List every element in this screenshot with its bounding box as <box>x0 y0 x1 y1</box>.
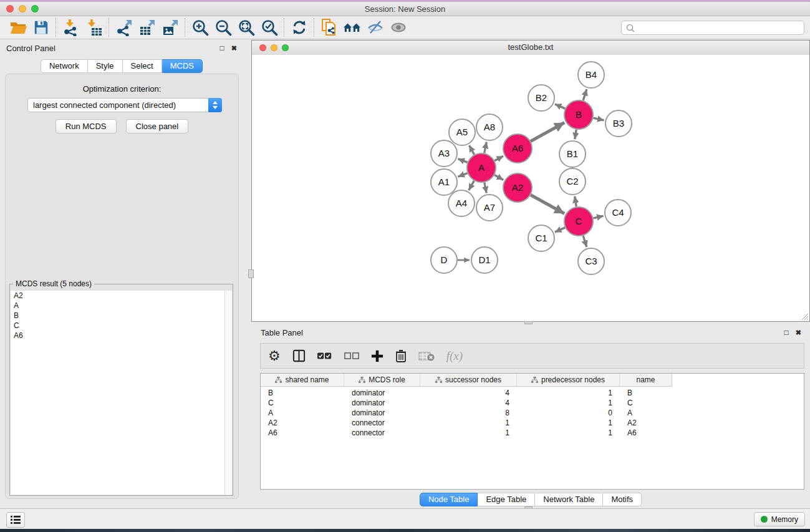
select-all-button[interactable] <box>317 352 332 360</box>
table-cell[interactable]: A2 <box>620 418 672 427</box>
zoom-out-button[interactable] <box>211 17 234 37</box>
table-cell[interactable]: A <box>261 409 344 417</box>
graph-node-C2[interactable]: C2 <box>559 168 586 195</box>
column-header-name[interactable]: name <box>620 374 672 386</box>
graph-node-B1[interactable]: B1 <box>559 141 586 167</box>
table-cell[interactable]: 0 <box>517 409 620 417</box>
graph-edge-A6-B[interactable] <box>531 123 564 142</box>
deselect-all-button[interactable] <box>344 352 359 360</box>
tab-network-table[interactable]: Network Table <box>535 493 603 506</box>
table-cell[interactable]: A2 <box>261 418 344 427</box>
tab-select[interactable]: Select <box>123 59 162 73</box>
search-input[interactable] <box>635 22 804 34</box>
tab-edge-table[interactable]: Edge Table <box>478 493 535 506</box>
export-network-button[interactable] <box>112 17 135 37</box>
table-cell[interactable]: 4 <box>420 389 517 397</box>
graph-node-C[interactable]: C <box>564 207 593 236</box>
mcds-result-item[interactable]: A2 <box>11 291 232 301</box>
table-cell[interactable]: 1 <box>517 389 620 397</box>
table-cell[interactable]: 1 <box>517 418 620 427</box>
table-row[interactable]: A2connector11A2 <box>261 418 804 428</box>
table-cell[interactable]: B <box>620 389 672 397</box>
open-session-button[interactable] <box>6 17 29 37</box>
graph-node-A8[interactable]: A8 <box>476 114 503 140</box>
table-row[interactable]: Cdominator41C <box>261 398 804 408</box>
table-cell[interactable]: C <box>261 399 344 407</box>
hide-details-button[interactable] <box>364 17 387 37</box>
graph-node-A2[interactable]: A2 <box>503 173 532 202</box>
graph-node-C1[interactable]: C1 <box>528 225 554 251</box>
column-header-mcds-role[interactable]: MCDS role <box>344 374 420 386</box>
vertical-splitter-handle[interactable] <box>248 269 254 278</box>
table-cell[interactable]: 4 <box>420 399 517 407</box>
graph-edge-C-C1[interactable] <box>555 228 565 232</box>
show-details-button[interactable] <box>387 17 410 37</box>
column-header-successor-nodes[interactable]: successor nodes <box>420 374 517 386</box>
network-document-button[interactable] <box>317 17 340 37</box>
maximize-network-window-button[interactable] <box>282 44 289 51</box>
graph-edge-A-A6[interactable] <box>494 156 503 160</box>
task-history-button[interactable] <box>6 512 25 528</box>
tab-network[interactable]: Network <box>41 59 88 73</box>
close-table-panel-icon[interactable]: ✖ <box>796 329 801 337</box>
tab-style[interactable]: Style <box>88 59 123 73</box>
graph-node-A7[interactable]: A7 <box>476 195 503 221</box>
add-column-button[interactable] <box>371 350 383 362</box>
graph-edge-C-C3[interactable] <box>583 236 587 247</box>
tab-mcds[interactable]: MCDS <box>162 59 203 73</box>
table-cell[interactable]: dominator <box>344 409 420 417</box>
minimize-network-window-button[interactable] <box>271 44 277 51</box>
tab-motifs[interactable]: Motifs <box>603 493 642 506</box>
mcds-result-item[interactable]: A6 <box>11 331 232 341</box>
graph-node-A3[interactable]: A3 <box>431 140 457 167</box>
toolbar-search-field[interactable] <box>621 21 804 35</box>
graph-node-D[interactable]: D <box>431 247 457 273</box>
table-cell[interactable]: 1 <box>420 418 517 427</box>
graph-node-A[interactable]: A <box>467 153 496 182</box>
save-session-button[interactable] <box>29 17 52 37</box>
graph-node-B3[interactable]: B3 <box>605 110 632 137</box>
export-image-button[interactable] <box>158 17 181 37</box>
graph-edge-A-A7[interactable] <box>485 183 486 193</box>
run-mcds-button[interactable]: Run MCDS <box>55 119 117 133</box>
graph-node-C3[interactable]: C3 <box>578 248 604 274</box>
table-cell[interactable]: 8 <box>420 409 517 417</box>
zoom-in-button[interactable] <box>188 17 211 37</box>
network-window-titlebar[interactable]: testGlobe.txt <box>252 41 809 56</box>
graph-edge-C-C2[interactable] <box>575 196 577 207</box>
table-cell[interactable]: 1 <box>517 399 620 407</box>
mcds-result-item[interactable]: A <box>11 301 232 311</box>
table-cell[interactable]: A6 <box>620 428 672 437</box>
graph-edge-A-A8[interactable] <box>485 142 487 153</box>
graph-node-B4[interactable]: B4 <box>578 62 604 88</box>
home-overview-button[interactable] <box>340 17 364 37</box>
table-cell[interactable]: A6 <box>261 428 344 437</box>
table-cell[interactable]: connector <box>344 418 420 427</box>
graph-node-A6[interactable]: A6 <box>503 134 532 163</box>
graph-node-A4[interactable]: A4 <box>448 190 475 216</box>
table-row[interactable]: Adominator80A <box>261 408 804 418</box>
graph-node-C4[interactable]: C4 <box>605 200 631 226</box>
table-cell[interactable]: dominator <box>344 389 420 397</box>
import-table-button[interactable] <box>82 17 105 37</box>
close-network-window-button[interactable] <box>259 44 266 51</box>
table-row[interactable]: A6connector11A6 <box>261 428 804 438</box>
function-builder-button[interactable]: f(x) <box>446 349 463 363</box>
graph-node-B2[interactable]: B2 <box>528 85 554 111</box>
graph-node-B[interactable]: B <box>564 100 593 129</box>
float-table-panel-icon[interactable]: □ <box>784 328 789 337</box>
graph-edge-A2-C[interactable] <box>531 195 564 214</box>
import-network-button[interactable] <box>59 17 82 37</box>
graph-node-A5[interactable]: A5 <box>449 119 475 145</box>
refresh-layout-button[interactable] <box>287 17 311 37</box>
column-header-predecessor-nodes[interactable]: predecessor nodes <box>517 374 620 386</box>
graph-edge-A-A5[interactable] <box>469 145 474 155</box>
memory-button[interactable]: Memory <box>754 512 805 526</box>
table-row[interactable]: Bdominator41B <box>261 388 804 398</box>
graph-edge-A-A3[interactable] <box>458 159 467 163</box>
table-cell[interactable]: C <box>620 399 672 407</box>
close-panel-button[interactable]: Close panel <box>126 119 189 133</box>
column-view-button[interactable] <box>292 349 306 362</box>
float-panel-icon[interactable]: □ <box>220 44 224 52</box>
network-canvas[interactable]: B4B2BB3B1A5A8A6A3AA1A2C2A4A7C4CC1C3DD1 <box>252 55 809 321</box>
